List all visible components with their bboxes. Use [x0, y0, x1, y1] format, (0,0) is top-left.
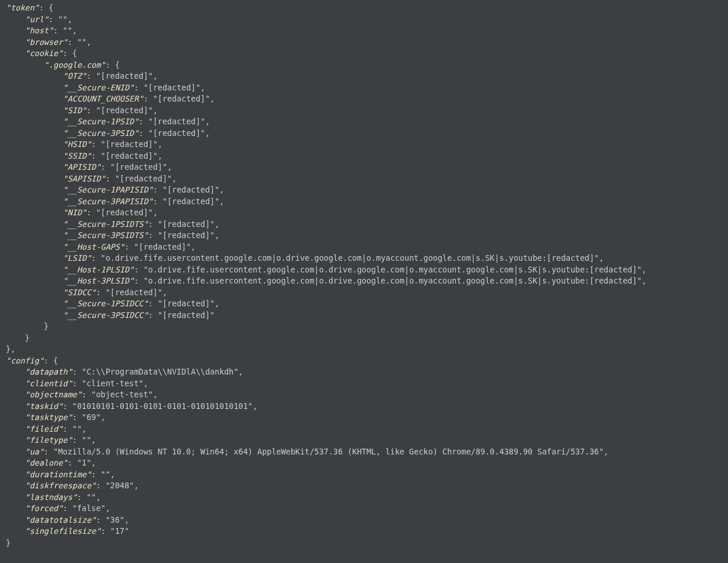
- json-line: "ACCOUNT_CHOOSER": "[redacted]",: [6, 93, 722, 105]
- json-line: "SIDCC": "[redacted]",: [6, 287, 722, 299]
- json-line: "APISID": "[redacted]",: [6, 162, 722, 173]
- json-line: "fileid": "",: [6, 424, 722, 435]
- json-line: "ua": "Mozilla/5.0 (Windows NT 10.0; Win…: [6, 446, 722, 458]
- json-line: "__Secure-3PSIDTS": "[redacted]",: [6, 230, 722, 242]
- json-line: "objectname": "object-test",: [6, 389, 722, 401]
- json-line: "dealone": "1",: [6, 457, 722, 469]
- json-line: "OTZ": "[redacted]",: [6, 71, 722, 82]
- json-line: "taskid": "01010101-0101-0101-0101-01010…: [6, 401, 722, 412]
- json-line: "__Secure-ENID": "[redacted]",: [6, 82, 722, 94]
- json-line: }: [6, 333, 722, 344]
- json-line: "clientid": "client-test",: [6, 378, 722, 390]
- json-line: "host": "",: [6, 25, 722, 37]
- json-line: "__Secure-1PSID": "[redacted]",: [6, 116, 722, 128]
- json-line: "durationtime": "",: [6, 469, 722, 481]
- json-line: "filetype": "",: [6, 435, 722, 446]
- json-line: "url": "",: [6, 14, 722, 26]
- json-line: "SAPISID": "[redacted]",: [6, 173, 722, 185]
- json-editor[interactable]: "token": { "url": "", "host": "", "brows…: [0, 0, 728, 559]
- json-line: "__Secure-3PAPISID": "[redacted]",: [6, 196, 722, 208]
- json-line: "__Host-1PLSID": "o.drive.fife.userconte…: [6, 264, 722, 276]
- json-line: "singlefilesize": "17": [6, 526, 722, 537]
- json-line: "forced": "false",: [6, 503, 722, 515]
- json-line: "__Secure-1PSIDCC": "[redacted]",: [6, 298, 722, 310]
- json-line: "cookie": {: [6, 48, 722, 60]
- json-line: "diskfreespace": "2048",: [6, 480, 722, 492]
- json-line: "NID": "[redacted]",: [6, 207, 722, 219]
- json-line: "datatotalsize": "36",: [6, 515, 722, 526]
- json-config-open: "config": {: [6, 355, 722, 367]
- json-line: "lastndays": "",: [6, 492, 722, 503]
- json-token-open: "token": {: [6, 2, 722, 14]
- json-line: "LSID": "o.drive.fife.usercontent.google…: [6, 253, 722, 264]
- json-line: "datapath": "C:\\ProgramData\\NVIDlA\\da…: [6, 366, 722, 378]
- json-line: "__Secure-1PSIDTS": "[redacted]",: [6, 219, 722, 230]
- json-config-close: }: [6, 537, 722, 549]
- json-line: ".google.com": {: [6, 60, 722, 71]
- json-line: "__Secure-3PSIDCC": "[redacted]": [6, 310, 722, 321]
- json-line: "__Secure-1PAPISID": "[redacted]",: [6, 184, 722, 196]
- json-line: }: [6, 321, 722, 333]
- json-line: "__Secure-3PSID": "[redacted]",: [6, 128, 722, 139]
- json-line: "tasktype": "69",: [6, 412, 722, 424]
- json-line: "__Host-3PLSID": "o.drive.fife.userconte…: [6, 275, 722, 287]
- json-line: "browser": "",: [6, 37, 722, 48]
- json-line: "__Host-GAPS": "[redacted]",: [6, 242, 722, 253]
- json-token-close: },: [6, 344, 722, 355]
- json-line: "SID": "[redacted]",: [6, 105, 722, 117]
- json-line: "HSID": "[redacted]",: [6, 139, 722, 151]
- json-line: "SSID": "[redacted]",: [6, 151, 722, 162]
